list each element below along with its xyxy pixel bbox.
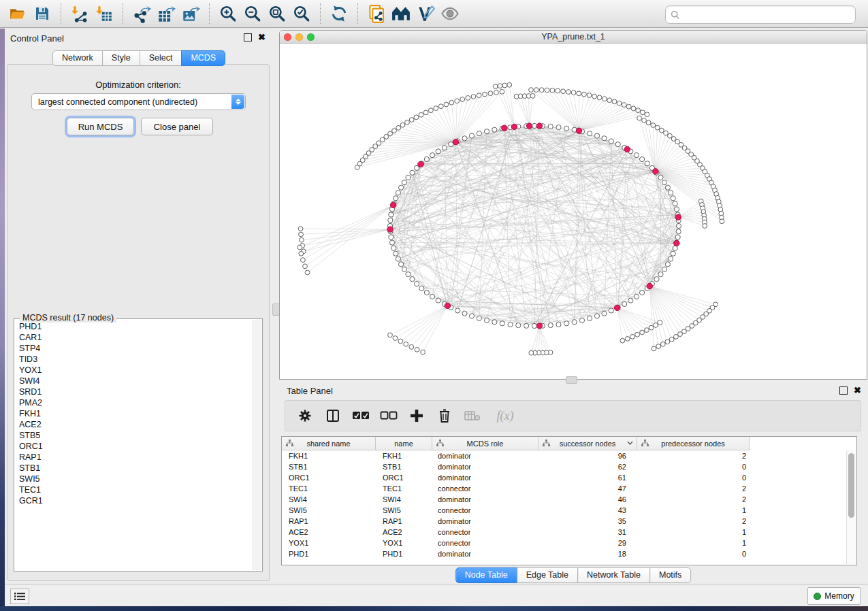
export-image-button[interactable]	[178, 2, 203, 25]
first-neighbors-button[interactable]	[389, 2, 413, 25]
float-panel-icon[interactable]	[839, 386, 848, 395]
export-network-button[interactable]	[129, 2, 154, 25]
column-header-successor-nodes[interactable]: successor nodes	[539, 437, 637, 450]
toggle-column-display-button[interactable]	[323, 406, 343, 426]
network-graph	[280, 44, 867, 380]
new-network-from-selection-button[interactable]	[364, 2, 389, 25]
tab-motifs[interactable]: Motifs	[649, 567, 691, 583]
table-row[interactable]: STB1STB1dominator620	[282, 461, 847, 472]
table-row[interactable]: SWI4SWI4dominator462	[282, 494, 847, 505]
result-list-item[interactable]: PMA2	[15, 397, 253, 408]
column-label: successor nodes	[560, 440, 616, 448]
tab-style[interactable]: Style	[102, 50, 140, 66]
run-mcds-button[interactable]: Run MCDS	[67, 118, 134, 135]
column-header-shared-name[interactable]: shared name	[282, 437, 376, 450]
table-cell: RAP1	[282, 517, 376, 525]
zoom-selected-button[interactable]	[289, 2, 314, 25]
status-bar: Memory	[5, 584, 868, 606]
column-header-MCDS-role[interactable]: MCDS role	[432, 437, 539, 450]
tab-mcds[interactable]: MCDS	[181, 50, 225, 66]
zoom-in-button[interactable]	[216, 2, 240, 25]
table-row[interactable]: TEC1TEC1connector472	[282, 483, 847, 494]
result-list-item[interactable]: TEC1	[15, 484, 253, 495]
zoom-out-icon	[244, 5, 261, 22]
result-list-item[interactable]: STB1	[15, 463, 253, 474]
column-header-predecessor-nodes[interactable]: predecessor nodes	[637, 437, 750, 450]
tab-network-table[interactable]: Network Table	[577, 567, 650, 583]
result-list-item[interactable]: SRD1	[15, 386, 253, 397]
table-cell: 1	[637, 539, 750, 547]
close-panel-icon[interactable]: ✖	[258, 34, 266, 41]
export-table-button[interactable]	[154, 2, 178, 25]
table-cell: FKH1	[376, 452, 432, 460]
open-session-button[interactable]	[5, 2, 30, 25]
zoom-fit-button[interactable]	[265, 2, 289, 25]
table-cell: 62	[539, 463, 637, 471]
delete-columns-button[interactable]	[434, 406, 455, 426]
function-builder-button[interactable]: f(x)	[490, 406, 520, 426]
deselect-all-rows-button[interactable]	[379, 406, 399, 426]
show-hide-graphics-button[interactable]	[438, 2, 462, 25]
result-list-item[interactable]: TID3	[15, 354, 253, 365]
tab-edge-table[interactable]: Edge Table	[517, 567, 578, 583]
result-list-item[interactable]: RAP1	[15, 452, 253, 463]
import-network-button[interactable]	[67, 2, 92, 25]
table-row[interactable]: YOX1YOX1connector291	[282, 538, 847, 548]
table-cell: dominator	[432, 550, 539, 558]
result-list-item[interactable]: PHD1	[15, 321, 253, 332]
close-panel-button[interactable]: Close panel	[141, 118, 213, 135]
table-scrollbar[interactable]	[846, 450, 856, 564]
checked-boxes-icon	[352, 411, 370, 420]
toolbar-search[interactable]	[665, 5, 856, 24]
table-row[interactable]: RAP1RAP1dominator352	[282, 516, 847, 527]
control-panel-title: Control Panel	[10, 33, 64, 44]
save-session-button[interactable]	[30, 2, 54, 25]
float-panel-icon[interactable]	[244, 33, 252, 42]
mcds-result-list[interactable]: PHD1CAR1STP4TID3YOX1SWI4SRD1PMA2FKH1ACE2…	[15, 321, 253, 570]
table-scrollbar-thumb[interactable]	[848, 453, 854, 518]
tab-network[interactable]: Network	[52, 50, 103, 66]
close-panel-icon[interactable]: ✖	[854, 387, 861, 394]
result-list-scrollbar[interactable]	[253, 320, 261, 570]
table-cell: 29	[539, 539, 637, 547]
column-header-name[interactable]: name	[376, 437, 432, 450]
table-cell: SWI4	[376, 495, 432, 503]
table-row[interactable]: FKH1FKH1dominator962	[282, 450, 847, 461]
result-list-item[interactable]: FKH1	[15, 408, 253, 419]
tab-node-table[interactable]: Node Table	[455, 567, 517, 583]
table-cell: ORC1	[282, 474, 376, 482]
memory-button[interactable]: Memory	[807, 587, 861, 605]
network-window-titlebar[interactable]: YPA_prune.txt_1	[280, 31, 867, 44]
result-list-item[interactable]: ACE2	[15, 419, 253, 430]
result-list-item[interactable]: YOX1	[15, 365, 253, 376]
result-list-item[interactable]: STP4	[15, 343, 253, 354]
result-list-item[interactable]: SWI5	[15, 474, 253, 484]
refresh-view-button[interactable]	[327, 2, 351, 25]
table-row[interactable]: ORC1ORC1dominator610	[282, 472, 847, 483]
apply-style-button[interactable]	[413, 2, 438, 25]
import-table-button[interactable]	[92, 2, 116, 25]
result-list-item[interactable]: SWI4	[15, 376, 253, 386]
tab-select[interactable]: Select	[140, 50, 182, 66]
horizontal-splitter-handle[interactable]	[566, 376, 577, 384]
search-input[interactable]	[683, 10, 855, 20]
network-canvas[interactable]	[280, 44, 867, 379]
delete-table-button[interactable]	[462, 406, 483, 426]
result-list-item[interactable]: ORC1	[15, 441, 253, 452]
optimization-criterion-label: Optimization criterion:	[7, 80, 269, 90]
create-column-button[interactable]	[406, 406, 427, 426]
optimization-criterion-select[interactable]: largest connected component (undirected)	[31, 93, 246, 110]
memory-label: Memory	[824, 591, 854, 601]
status-menu-button[interactable]	[10, 589, 29, 604]
result-list-item[interactable]: CAR1	[15, 332, 253, 343]
table-row[interactable]: SWI5SWI5connector431	[282, 505, 847, 516]
result-list-item[interactable]: GCR1	[15, 495, 253, 506]
zoom-out-button[interactable]	[240, 2, 265, 25]
attribute-type-icon	[286, 440, 293, 447]
table-row[interactable]: ACE2ACE2connector311	[282, 527, 847, 538]
select-all-rows-button[interactable]	[351, 406, 371, 426]
table-row[interactable]: PHD1PHD1dominator180	[282, 548, 847, 559]
result-list-item[interactable]: STB5	[15, 430, 253, 441]
table-mode-gear-button[interactable]	[295, 406, 315, 426]
table-cell: dominator	[432, 463, 539, 471]
